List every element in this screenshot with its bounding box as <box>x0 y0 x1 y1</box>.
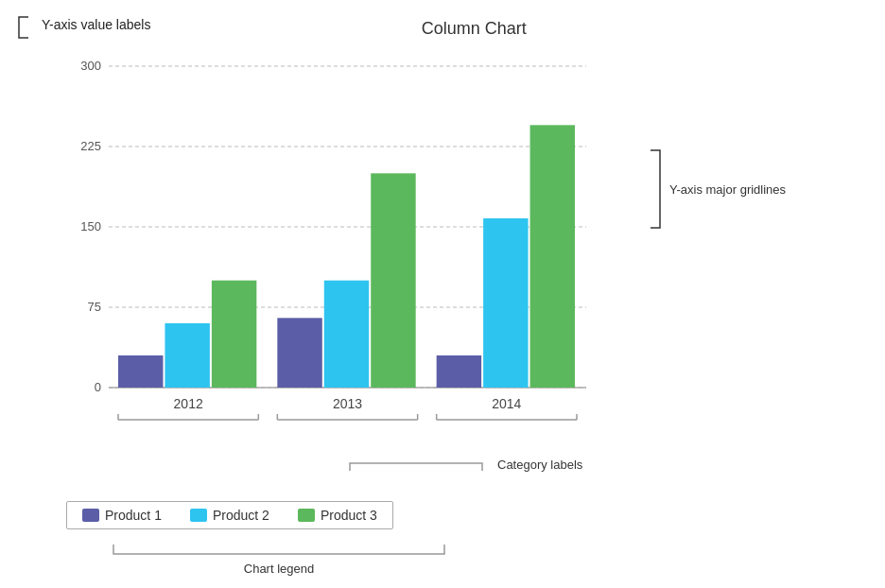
category-labels-annotation-container: Category labels <box>340 454 582 475</box>
svg-text:75: 75 <box>88 300 101 314</box>
chart-svg-container: 075150225300201220132014 <box>57 57 605 435</box>
legend-item-product1: Product 1 <box>82 508 162 523</box>
chart-legend-text: Chart legend <box>244 562 314 576</box>
y-axis-label-text: Y-axis value labels <box>42 17 150 32</box>
legend-item-product3: Product 3 <box>298 508 377 523</box>
svg-text:0: 0 <box>95 380 101 394</box>
y-axis-labels-annotation: Y-axis value labels <box>28 17 150 32</box>
svg-rect-12 <box>277 318 321 388</box>
svg-rect-11 <box>118 355 163 388</box>
svg-rect-15 <box>324 281 369 388</box>
chart-legend: Product 1 Product 2 Product 3 <box>66 501 393 529</box>
svg-text:2013: 2013 <box>333 396 362 411</box>
page-container: Y-axis value labels Column Chart 0751502… <box>0 0 885 588</box>
svg-rect-19 <box>530 125 575 388</box>
y-axis-gridlines-annotation-container: Y-axis major gridlines <box>643 147 786 232</box>
category-labels-text: Category labels <box>497 458 582 472</box>
svg-text:2012: 2012 <box>174 396 203 411</box>
svg-rect-16 <box>483 218 528 388</box>
svg-text:2014: 2014 <box>492 396 521 411</box>
svg-rect-17 <box>212 281 256 388</box>
y-axis-gridlines-text: Y-axis major gridlines <box>669 182 786 197</box>
svg-rect-18 <box>371 173 415 388</box>
chart-title: Column Chart <box>422 19 527 39</box>
legend-label-product3: Product 3 <box>321 508 377 523</box>
svg-text:225: 225 <box>80 139 101 153</box>
legend-swatch-product1 <box>82 509 99 522</box>
legend-swatch-product3 <box>298 509 315 522</box>
svg-text:300: 300 <box>80 59 101 73</box>
svg-rect-14 <box>165 323 209 388</box>
legend-label-product2: Product 2 <box>213 508 269 523</box>
svg-rect-13 <box>437 355 481 388</box>
svg-text:150: 150 <box>80 219 101 233</box>
legend-item-product2: Product 2 <box>190 508 269 523</box>
legend-swatch-product2 <box>190 509 207 522</box>
legend-label-product1: Product 1 <box>105 508 162 523</box>
chart-svg: 075150225300201220132014 <box>57 57 605 435</box>
chart-legend-annotation-container: Chart legend <box>104 541 454 576</box>
